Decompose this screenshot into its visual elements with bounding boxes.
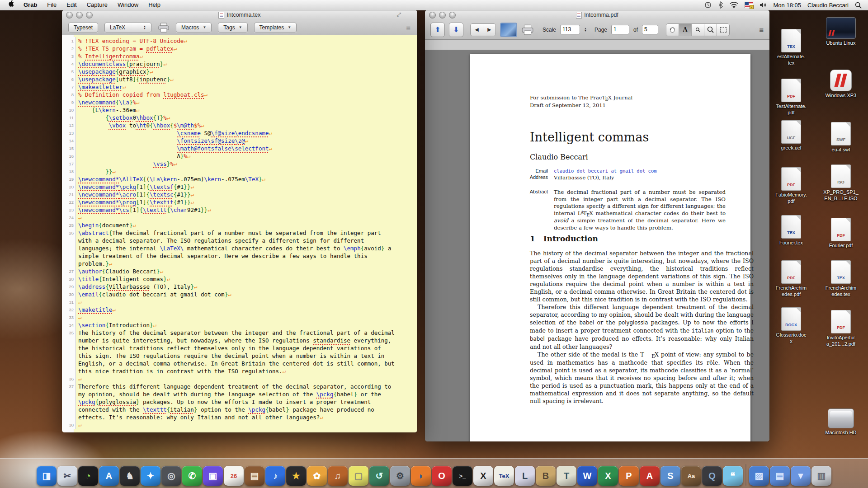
desktop-icon[interactable]: TEX Fourier.tex	[769, 215, 813, 246]
source-line[interactable]: 17 \vss}%↵	[62, 160, 417, 168]
source-line[interactable]: 32\maketitle↵	[62, 306, 417, 314]
macros-menu[interactable]: Macros▼	[176, 23, 212, 33]
dock-item-iphoto[interactable]: ✿	[307, 466, 327, 486]
source-line[interactable]: 27\author{Claudio Beccari}↵	[62, 267, 417, 275]
desktop-icon[interactable]: DOCX Glossario.doc x	[769, 307, 813, 344]
source-line[interactable]: 28\title{Intelligent commas}↵	[62, 275, 417, 283]
dock-item-finder[interactable]: ◨	[37, 466, 57, 486]
zoom-button[interactable]	[449, 12, 456, 19]
document-proxy-icon[interactable]	[218, 12, 224, 19]
forward-button[interactable]: ▶	[483, 24, 495, 36]
templates-menu[interactable]: Templates▼	[254, 23, 297, 33]
source-line[interactable]: 34\section{Introduction}↵	[62, 321, 417, 329]
hand-tool[interactable]	[666, 24, 679, 36]
menu-help[interactable]: Help	[143, 1, 165, 8]
menu-file[interactable]: File	[42, 1, 61, 8]
dock-item-facetime[interactable]: ✆	[182, 466, 202, 486]
pages-total-field[interactable]: 5	[642, 25, 658, 34]
minimize-button[interactable]	[439, 12, 446, 19]
editor-titlebar[interactable]: Intcomma.tex ⤢	[62, 10, 417, 20]
dock-item-terminal[interactable]: >_	[453, 466, 472, 486]
dock-item-system-preferences[interactable]: ⚙	[390, 466, 410, 486]
dock-item-texworks[interactable]: T	[557, 466, 576, 486]
desktop-icon[interactable]: Windows XP3	[819, 68, 863, 99]
source-line[interactable]: 4\documentclass{pracjourn}↵	[62, 60, 417, 68]
dock-item-acrobat-reader[interactable]: A	[640, 466, 660, 486]
dock-item-dictionary[interactable]: Aa	[681, 466, 701, 486]
back-button[interactable]: ◀	[471, 24, 483, 36]
dock-item-ical[interactable]: 26	[224, 466, 244, 486]
source-line[interactable]: 21\newcommand*\acro[1]{\textsc{#1}}↵	[62, 191, 417, 198]
engine-select[interactable]: LaTeX ▲▼	[104, 23, 151, 33]
dock-item-ichat[interactable]: ❝	[723, 466, 743, 486]
source-line[interactable]: 1% !TEX encoding = UTF-8 Unicode↵	[62, 37, 417, 45]
source-line[interactable]: connected with the \texttt{italian} opti…	[62, 406, 417, 413]
source-line[interactable]: simple treatment of the decimal separato…	[62, 252, 417, 260]
print-icon[interactable]	[158, 23, 170, 33]
desktop-icon[interactable]: ISO XP_PRO_SP1_ EN_B...LE.ISO	[819, 164, 863, 202]
zoom-in-tool[interactable]	[704, 24, 717, 36]
source-line[interactable]: 13 \csname S@\f@size\endcsname↵	[62, 129, 417, 137]
tags-menu[interactable]: Tags▼	[218, 23, 247, 33]
dock-item-downloads-folder[interactable]: ▼	[791, 466, 811, 486]
source-line[interactable]: 25\begin{document}↵	[62, 221, 417, 229]
dock-item-texshop[interactable]: TeX	[494, 466, 514, 486]
dock-item-time-machine[interactable]: ↺	[369, 466, 389, 486]
desktop-icon[interactable]: TEX FrenchArchim edes.tex	[819, 260, 863, 297]
volume-icon[interactable]	[760, 2, 767, 8]
source-line[interactable]: 3% Intelligentcomma↵	[62, 52, 417, 60]
sidebar-drawer-icon[interactable]: ≣	[759, 26, 764, 33]
time-machine-icon[interactable]	[704, 1, 712, 9]
dock-item-opera[interactable]: O	[432, 466, 452, 486]
desktop-icon[interactable]: Macintosh HD	[819, 405, 863, 436]
menu-window[interactable]: Window	[113, 1, 143, 8]
input-source-flag-icon[interactable]	[745, 2, 753, 8]
menubar-user[interactable]: Claudio Beccari	[807, 2, 849, 9]
source-line[interactable]: \pckg{polyglossia} packages. Up to now t…	[62, 398, 417, 406]
source-line[interactable]: 18 }}↵	[62, 168, 417, 175]
menubar-clock[interactable]: Mon 18:05	[774, 2, 801, 9]
source-line[interactable]: 31↵	[62, 298, 417, 306]
menu-capture[interactable]: Capture	[82, 1, 113, 8]
source-line[interactable]: with a decimal separator. The ISO regula…	[62, 237, 417, 244]
source-line[interactable]: 2% !TEX TS-program = pdflatex↵	[62, 45, 417, 52]
source-line[interactable]: 23\newcommand*\cs[1]{\texttt{\char92#1}}…	[62, 206, 417, 214]
source-line[interactable]: this nice tradition is in contrast with …	[62, 367, 417, 375]
source-line[interactable]: 11 {\setbox0\hbox{T}%↵	[62, 114, 417, 122]
desktop-icon[interactable]: PDF FrenchArchim edes.pdf	[769, 260, 813, 297]
dock-item-powerpoint[interactable]: P	[619, 466, 639, 486]
source-line[interactable]: 35The history of the decimal separator b…	[62, 329, 417, 337]
apple-menu[interactable]	[5, 0, 18, 10]
minimize-button[interactable]	[76, 12, 83, 19]
source-line[interactable]: 29\address{Villarbassse (TO), Italy}↵	[62, 283, 417, 291]
goto-panel-icon[interactable]: ≣	[406, 24, 411, 31]
source-line[interactable]: this sign. The ISO regulations require t…	[62, 352, 417, 360]
source-line[interactable]: 8% Definition copied from ltugboat.cls↵	[62, 91, 417, 99]
wifi-icon[interactable]	[730, 2, 738, 8]
source-line[interactable]: problem.}↵	[62, 260, 417, 267]
dock-item-itunes[interactable]: ♪	[265, 466, 285, 486]
dock-item-firefox[interactable]: ◗	[411, 466, 431, 486]
source-line[interactable]: number is quite interesting, but nowaday…	[62, 337, 417, 344]
close-button[interactable]	[429, 12, 436, 19]
print-icon[interactable]	[521, 24, 534, 35]
spotlight-icon[interactable]	[855, 2, 862, 9]
dock-item-dvd-player[interactable]: ◎	[161, 466, 181, 486]
resize-window-icon[interactable]: ⤢	[396, 11, 401, 18]
select-rectangle-tool[interactable]	[717, 24, 729, 36]
source-line[interactable]: 20\newcommand*\pckg[1]{\textsf{#1}}↵	[62, 183, 417, 191]
source-line[interactable]: English, or a decimal comma otherwise. I…	[62, 360, 417, 367]
bluetooth-icon[interactable]	[718, 1, 723, 9]
source-line[interactable]: 33↵	[62, 314, 417, 321]
source-line[interactable]: 5\usepackage{graphicx}↵	[62, 68, 417, 75]
source-line[interactable]: 38↵	[62, 421, 417, 429]
dock-item-skim[interactable]: S	[660, 466, 680, 486]
dock-item-applications-folder[interactable]: ▨	[749, 466, 769, 486]
dock-item-photo-booth[interactable]: ▣	[203, 466, 223, 486]
source-line[interactable]: 14 \fontsize\sf@size\z@↵	[62, 137, 417, 145]
desktop-icon[interactable]: TEX estAlternate. tex	[769, 29, 813, 66]
scale-input[interactable]: 113	[560, 25, 580, 34]
document-proxy-icon[interactable]	[576, 12, 582, 19]
desktop-icon[interactable]: PDF InvitoApertur a_201...2.pdf	[819, 310, 863, 347]
dock-item-quicktime[interactable]: Q	[702, 466, 722, 486]
